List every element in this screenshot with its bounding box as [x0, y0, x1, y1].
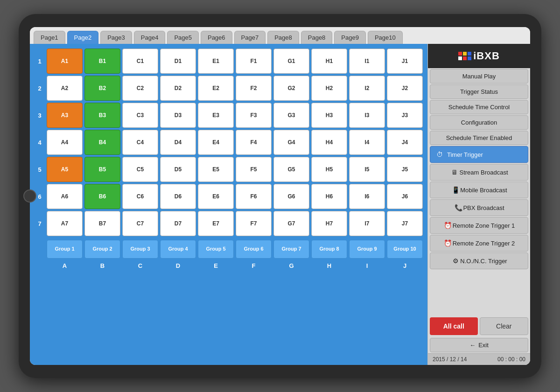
cell-F3[interactable]: F3 [236, 103, 272, 128]
cell-A5[interactable]: A5 [47, 157, 83, 182]
tab-page6[interactable]: Page6 [201, 31, 232, 44]
cell-I7[interactable]: I7 [349, 211, 385, 236]
home-button[interactable] [23, 189, 36, 203]
cell-A7[interactable]: A7 [47, 211, 83, 236]
tab-page8[interactable]: Page8 [301, 31, 333, 44]
cell-D7[interactable]: D7 [160, 211, 196, 236]
cell-F2[interactable]: F2 [236, 76, 272, 101]
group-cell-5[interactable]: Group 5 [198, 240, 234, 259]
cell-C4[interactable]: C4 [122, 130, 158, 155]
cell-B5[interactable]: B5 [84, 157, 120, 182]
group-cell-3[interactable]: Group 3 [122, 240, 158, 259]
allcall-button[interactable]: All call [430, 317, 478, 335]
cell-B7[interactable]: B7 [84, 211, 120, 236]
cell-F1[interactable]: F1 [236, 49, 272, 74]
cell-I2[interactable]: I2 [349, 76, 385, 101]
sidebar-btn-n.o./n.c.-trigger[interactable]: ⚙N.O./N.C. Trigger [430, 252, 528, 269]
cell-C2[interactable]: C2 [122, 76, 158, 101]
group-cell-7[interactable]: Group 7 [273, 240, 309, 259]
tab-page5[interactable]: Page5 [167, 31, 199, 44]
cell-D6[interactable]: D6 [160, 184, 196, 209]
group-cell-10[interactable]: Group 10 [387, 240, 423, 259]
cell-B6[interactable]: B6 [84, 184, 120, 209]
cell-G7[interactable]: G7 [273, 211, 309, 236]
cell-D1[interactable]: D1 [160, 49, 196, 74]
cell-E1[interactable]: E1 [198, 49, 234, 74]
cell-D4[interactable]: D4 [160, 130, 196, 155]
cell-H5[interactable]: H5 [311, 157, 347, 182]
tab-page1[interactable]: Page1 [34, 31, 65, 44]
group-cell-9[interactable]: Group 9 [349, 240, 385, 259]
tab-page9[interactable]: Page9 [334, 31, 366, 44]
sidebar-btn-timer-trigger[interactable]: ⏱Timer Trigger [430, 146, 528, 163]
sidebar-btn-trigger-status[interactable]: Trigger Status [430, 84, 528, 99]
cell-D2[interactable]: D2 [160, 76, 196, 101]
cell-F7[interactable]: F7 [236, 211, 272, 236]
sidebar-btn-mobile-broadcast[interactable]: 📱Mobile Broadcast [430, 182, 528, 198]
sidebar-btn-schedule-timer-enabled[interactable]: Schedule Timer Enabled [430, 131, 528, 145]
cell-H2[interactable]: H2 [311, 76, 347, 101]
cell-B4[interactable]: B4 [84, 130, 120, 155]
cell-H4[interactable]: H4 [311, 130, 347, 155]
tab-page7[interactable]: Page7 [234, 31, 266, 44]
cell-A6[interactable]: A6 [47, 184, 83, 209]
cell-J1[interactable]: J1 [387, 49, 423, 74]
cell-G4[interactable]: G4 [273, 130, 309, 155]
clear-button[interactable]: Clear [480, 317, 529, 335]
group-cell-6[interactable]: Group 6 [236, 240, 272, 259]
cell-H1[interactable]: H1 [311, 49, 347, 74]
group-cell-8[interactable]: Group 8 [311, 240, 347, 259]
cell-H7[interactable]: H7 [311, 211, 347, 236]
cell-J7[interactable]: J7 [387, 211, 423, 236]
tab-page10[interactable]: Page10 [368, 31, 403, 44]
cell-J3[interactable]: J3 [387, 103, 423, 128]
cell-I6[interactable]: I6 [349, 184, 385, 209]
cell-C6[interactable]: C6 [122, 184, 158, 209]
group-cell-2[interactable]: Group 2 [84, 240, 120, 259]
exit-button[interactable]: ← Exit [430, 338, 528, 352]
sidebar-btn-manual-play[interactable]: Manual Play [430, 69, 528, 84]
sidebar-btn-pbx-broadcast[interactable]: 📞PBX Broadcast [430, 199, 528, 216]
cell-G3[interactable]: G3 [273, 103, 309, 128]
tab-page8[interactable]: Page8 [267, 31, 299, 44]
cell-E5[interactable]: E5 [198, 157, 234, 182]
cell-D5[interactable]: D5 [160, 157, 196, 182]
cell-E2[interactable]: E2 [198, 76, 234, 101]
sidebar-btn-remote-zone-trigger-2[interactable]: ⏰Remote Zone Trigger 2 [430, 235, 528, 252]
tab-page2[interactable]: Page2 [67, 31, 99, 44]
sidebar-btn-remote-zone-trigger-1[interactable]: ⏰Remote Zone Trigger 1 [430, 217, 528, 234]
cell-G2[interactable]: G2 [273, 76, 309, 101]
tab-page4[interactable]: Page4 [134, 31, 166, 44]
cell-C3[interactable]: C3 [122, 103, 158, 128]
cell-A4[interactable]: A4 [47, 130, 83, 155]
cell-G1[interactable]: G1 [273, 49, 309, 74]
cell-D3[interactable]: D3 [160, 103, 196, 128]
cell-C1[interactable]: C1 [122, 49, 158, 74]
cell-F6[interactable]: F6 [236, 184, 272, 209]
cell-G6[interactable]: G6 [273, 184, 309, 209]
sidebar-btn-configuration[interactable]: Configuration [430, 115, 528, 130]
cell-A2[interactable]: A2 [47, 76, 83, 101]
group-cell-1[interactable]: Group 1 [47, 240, 83, 259]
cell-J2[interactable]: J2 [387, 76, 423, 101]
cell-E7[interactable]: E7 [198, 211, 234, 236]
cell-B2[interactable]: B2 [84, 76, 120, 101]
cell-C5[interactable]: C5 [122, 157, 158, 182]
cell-F4[interactable]: F4 [236, 130, 272, 155]
cell-I1[interactable]: I1 [349, 49, 385, 74]
cell-H3[interactable]: H3 [311, 103, 347, 128]
group-cell-4[interactable]: Group 4 [160, 240, 196, 259]
cell-H6[interactable]: H6 [311, 184, 347, 209]
cell-G5[interactable]: G5 [273, 157, 309, 182]
cell-B1[interactable]: B1 [84, 49, 120, 74]
cell-C7[interactable]: C7 [122, 211, 158, 236]
cell-J4[interactable]: J4 [387, 130, 423, 155]
cell-I3[interactable]: I3 [349, 103, 385, 128]
cell-E6[interactable]: E6 [198, 184, 234, 209]
cell-B3[interactable]: B3 [84, 103, 120, 128]
cell-J5[interactable]: J5 [387, 157, 423, 182]
cell-A3[interactable]: A3 [47, 103, 83, 128]
cell-I5[interactable]: I5 [349, 157, 385, 182]
cell-E4[interactable]: E4 [198, 130, 234, 155]
tab-page3[interactable]: Page3 [100, 31, 132, 44]
